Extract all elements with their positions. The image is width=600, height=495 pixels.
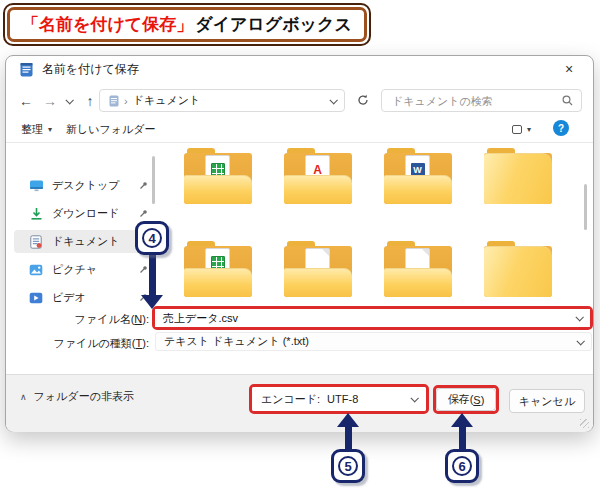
chevron-down-icon[interactable] — [575, 313, 583, 321]
file-type-select[interactable]: テキスト ドキュメント (*.txt) — [155, 332, 592, 351]
help-icon: ? — [558, 123, 564, 134]
callout-number: 4 — [142, 228, 162, 248]
pin-icon — [139, 209, 148, 218]
caret-down-icon: ▾ — [527, 125, 531, 134]
title-bar: 名前を付けて保存 × — [6, 56, 593, 82]
sidebar-item-label: ピクチャ — [52, 262, 97, 277]
new-folder-label: 新しいフォルダー — [66, 122, 156, 137]
new-folder-button[interactable]: 新しいフォルダー — [66, 118, 156, 140]
encoding-value: UTF-8 — [327, 393, 358, 405]
refresh-button[interactable] — [351, 89, 375, 112]
forward-icon: → — [43, 93, 57, 109]
content-scrollbar[interactable] — [584, 184, 587, 230]
callout-arrow-head — [141, 295, 163, 309]
file-type-label: ファイルの種類(T): — [6, 336, 149, 351]
callout-number: 6 — [452, 456, 472, 476]
notepad-icon — [18, 61, 34, 77]
folder-item[interactable] — [484, 148, 552, 204]
up-icon: ↑ — [87, 93, 94, 109]
hide-folders-label: フォルダーの非表示 — [34, 389, 134, 404]
dialog-title: 名前を付けて保存 — [42, 61, 139, 78]
search-icon — [562, 92, 573, 110]
encoding-label: エンコード: — [261, 392, 320, 407]
annotation-box-save: 保存(S) — [433, 385, 499, 414]
chevron-down-icon[interactable] — [576, 337, 584, 345]
folder-item[interactable] — [384, 241, 452, 297]
sidebar-item-label: ビデオ — [52, 290, 86, 305]
callout-number: 5 — [338, 456, 358, 476]
breadcrumb-separator: › — [124, 95, 128, 107]
hide-folders-button[interactable]: ∧ フォルダーの非表示 — [20, 389, 134, 404]
view-options-button[interactable]: ▾ — [512, 118, 531, 140]
file-name-input[interactable]: 売上データ.csv — [155, 309, 590, 327]
folder-item[interactable] — [184, 241, 252, 297]
resize-grip[interactable] — [580, 419, 589, 428]
sidebar-item-documents[interactable]: ドキュメント — [14, 230, 154, 253]
banner-title-highlight: 「名前を付けて保存」 — [22, 15, 193, 34]
folder-item[interactable] — [284, 241, 352, 297]
organize-label: 整理 — [21, 122, 43, 137]
file-name-value: 売上データ.csv — [163, 311, 238, 326]
sidebar-item-label: デスクトップ — [52, 178, 120, 193]
close-icon: × — [565, 61, 573, 77]
sidebar-item-pictures[interactable]: ピクチャ — [14, 258, 154, 281]
pictures-icon — [28, 262, 44, 278]
recent-locations-button[interactable] — [62, 89, 76, 112]
close-button[interactable]: × — [553, 58, 585, 80]
encoding-select[interactable]: エンコード: UTF-8 — [252, 387, 426, 411]
cancel-button[interactable]: キャンセル — [509, 389, 585, 413]
videos-icon — [28, 290, 44, 306]
folder-item[interactable] — [484, 241, 552, 297]
callout-step-5: 5 — [331, 449, 365, 483]
callout-arrow — [459, 425, 466, 451]
cancel-label: キャンセル — [519, 394, 575, 409]
caret-down-icon: ▾ — [48, 125, 52, 134]
address-bar[interactable]: › ドキュメント — [99, 89, 345, 112]
breadcrumb-location[interactable]: ドキュメント — [133, 93, 201, 108]
sidebar-item-label: ダウンロード — [52, 206, 119, 221]
sidebar-item-desktop[interactable]: デスクトップ — [14, 174, 154, 197]
folder-item[interactable]: W — [384, 148, 452, 204]
folder-item[interactable] — [184, 148, 252, 204]
sidebar-scrollbar[interactable] — [152, 156, 155, 204]
download-icon — [28, 206, 44, 222]
callout-step-6: 6 — [445, 449, 479, 483]
callout-step-4: 4 — [135, 221, 169, 255]
forward-button[interactable]: → — [40, 89, 60, 112]
sidebar-item-videos[interactable]: ビデオ — [14, 286, 154, 309]
documents-icon — [28, 234, 44, 250]
refresh-icon — [357, 92, 369, 110]
chevron-up-icon: ∧ — [20, 392, 27, 402]
document-icon — [108, 94, 119, 107]
folder-item[interactable]: A — [284, 148, 352, 204]
sidebar-item-label: ドキュメント — [52, 234, 120, 249]
chevron-down-icon — [65, 96, 73, 104]
banner-title-rest: ダイアログボックス — [195, 15, 352, 34]
search-input[interactable] — [390, 94, 562, 108]
dialog-footer: ∧ フォルダーの非表示 エンコード: UTF-8 保存(S) キャンセル — [6, 374, 593, 432]
address-dropdown-icon[interactable] — [329, 96, 337, 104]
back-icon: ← — [19, 93, 33, 109]
sidebar-item-downloads[interactable]: ダウンロード — [14, 202, 154, 225]
save-button[interactable]: 保存(S) — [436, 388, 496, 411]
annotation-box-encoding: エンコード: UTF-8 — [249, 384, 429, 414]
desktop-icon — [28, 178, 44, 194]
help-button[interactable]: ? — [553, 120, 569, 136]
organize-button[interactable]: 整理 ▾ — [21, 118, 52, 140]
callout-arrow — [149, 253, 156, 296]
toolbar-divider — [6, 142, 593, 143]
view-icon — [512, 125, 522, 134]
search-box — [381, 89, 582, 112]
back-button[interactable]: ← — [16, 89, 36, 112]
file-type-value: テキスト ドキュメント (*.txt) — [164, 334, 309, 349]
chevron-down-icon[interactable] — [410, 394, 418, 402]
pin-icon — [139, 265, 148, 274]
up-button[interactable]: ↑ — [80, 89, 100, 112]
file-name-label: ファイル名(N): — [6, 312, 149, 327]
annotation-box-filename: 売上データ.csv — [152, 306, 593, 330]
pdf-file-icon: A — [313, 164, 322, 176]
pin-icon — [139, 181, 148, 190]
callout-arrow — [345, 425, 352, 451]
annotation-banner: 「名前を付けて保存」ダイアログボックス — [3, 3, 371, 46]
screenshot: 「名前を付けて保存」ダイアログボックス 名前を付けて保存 × ← → ↑ › ド… — [0, 0, 600, 495]
